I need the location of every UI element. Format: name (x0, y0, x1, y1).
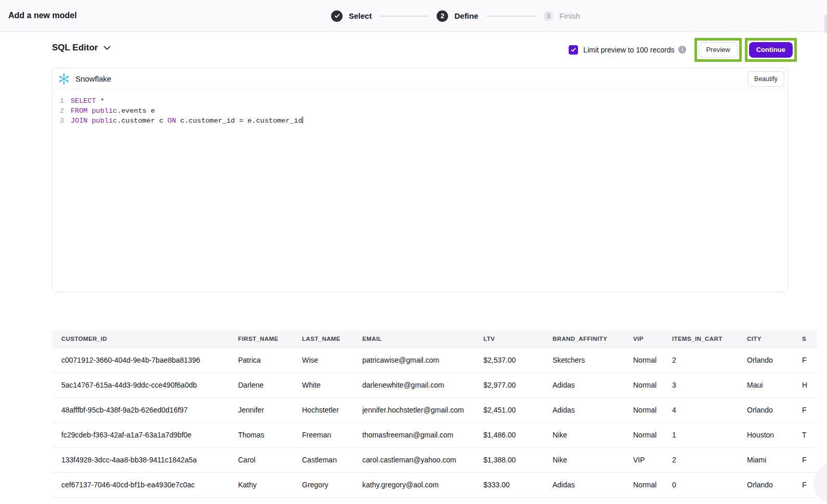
column-header-email: EMAIL (362, 330, 483, 348)
cell-vip: Normal (633, 348, 672, 373)
cell-s: T (802, 422, 817, 447)
cell-city: Orlando (747, 348, 802, 373)
column-header-last_name: LAST_NAME (302, 330, 362, 348)
line-number: 2 (57, 106, 64, 116)
column-header-vip: VIP (633, 330, 672, 348)
table-row: c0071912-3660-404d-9e4b-7bae8ba81396Patr… (52, 348, 817, 373)
sql-text (87, 107, 91, 115)
limit-preview-label: Limit preview to 100 records (583, 46, 674, 54)
column-header-items_in_cart: ITEMS_IN_CART (672, 330, 747, 348)
sql-text: .events e (117, 107, 155, 115)
cell-last_name: Wise (302, 348, 362, 373)
cell-brand_affinity: Nike (553, 447, 633, 472)
cell-city: Orlando (747, 472, 802, 497)
cell-ltv: $2,977.00 (483, 373, 553, 397)
cell-customer_id: 5ac14767-615a-44d3-9ddc-cce490f6a0db (52, 373, 238, 397)
line-number: 3 (57, 116, 64, 126)
code-line[interactable]: 1SELECT * (52, 96, 787, 106)
cell-vip: Normal (633, 422, 672, 447)
cell-email: carol.castleman@yahoo.com (362, 447, 483, 472)
preview-highlight-box: Preview (694, 38, 741, 62)
table-row: fc29cdeb-f363-42af-a1a7-63a1a7d9bf0eThom… (52, 422, 817, 447)
cell-last_name: White (302, 373, 362, 397)
cell-vip: Normal (633, 397, 672, 422)
connector-name: Snowflake (75, 74, 111, 83)
snowflake-icon (58, 73, 70, 85)
cell-customer_id: 133f4928-3dcc-4aa8-bb38-9411c1842a5a (52, 447, 238, 472)
cell-brand_affinity: Sketchers (553, 348, 633, 373)
sql-keyword: ON (167, 117, 176, 125)
table-row: 133f4928-3dcc-4aa8-bb38-9411c1842a5aCaro… (52, 447, 817, 472)
step-define-label: Define (454, 11, 478, 20)
step-finish: 3 Finish (543, 11, 580, 21)
cell-brand_affinity: Adidas (553, 397, 633, 422)
cell-ltv: $1,388.00 (483, 447, 553, 472)
column-header-ltv: LTV (483, 330, 553, 348)
code-line[interactable]: 2FROM public.events e (52, 106, 787, 116)
cell-customer_id: cef67137-7046-40cd-bf1b-ea4930e7c0ac (52, 472, 238, 497)
cell-email: patricawise@gmail.com (362, 348, 483, 373)
cell-s: F (802, 348, 817, 373)
toolbar-right: Limit preview to 100 records i Preview C… (569, 37, 797, 62)
editor-mode-label: SQL Editor (52, 43, 98, 53)
code-editor[interactable]: 1SELECT *2FROM public.events e3JOIN publ… (52, 90, 787, 291)
sql-text: c.customer_id = e.customer_id (176, 117, 303, 125)
table-header: CUSTOMER_IDFIRST_NAMELAST_NAMEEMAILLTVBR… (52, 330, 817, 348)
cell-email: darlenewhite@gmail.com (362, 373, 483, 397)
step-finish-label: Finish (559, 11, 580, 20)
cell-s: F (802, 447, 817, 472)
step-select-label: Select (349, 11, 372, 20)
beautify-button[interactable]: Beautify (747, 71, 784, 87)
info-icon[interactable]: i (678, 46, 686, 54)
sql-keyword: SELECT (71, 97, 96, 105)
sql-editor-panel: Snowflake Beautify 1SELECT *2FROM public… (52, 68, 788, 292)
step-connector (486, 16, 535, 17)
cell-first_name: Carol (238, 447, 302, 472)
check-icon (334, 12, 340, 19)
cell-customer_id: 48afffbf-95cb-438f-9a2b-626ed0d16f97 (52, 397, 238, 422)
cell-brand_affinity: Nike (553, 422, 633, 447)
cell-city: Houston (747, 422, 802, 447)
scrollbar-thumb[interactable] (824, 15, 827, 33)
cell-last_name: Castleman (302, 447, 362, 472)
cell-s: F (802, 397, 817, 422)
editor-header: Snowflake Beautify (52, 68, 787, 90)
cell-first_name: Patrica (238, 348, 302, 373)
cell-email: jennifer.hochstetler@gmail.com (362, 397, 483, 422)
code-text: SELECT * (71, 96, 104, 106)
cell-first_name: Jennifer (238, 397, 302, 422)
preview-results-table: CUSTOMER_IDFIRST_NAMELAST_NAMEEMAILLTVBR… (52, 330, 817, 498)
cell-customer_id: fc29cdeb-f363-42af-a1a7-63a1a7d9bf0e (52, 422, 238, 447)
code-line[interactable]: 3JOIN public.customer c ON c.customer_id… (52, 116, 787, 126)
column-header-city: CITY (747, 330, 802, 348)
cell-city: Orlando (747, 397, 802, 422)
column-header-brand_affinity: BRAND_AFFINITY (553, 330, 633, 348)
limit-preview-checkbox[interactable] (569, 45, 578, 55)
continue-button[interactable]: Continue (749, 42, 793, 58)
step-select-circle (331, 10, 343, 22)
cell-last_name: Hochstetler (302, 397, 362, 422)
cell-ltv: $2,537.00 (483, 348, 553, 373)
check-icon (570, 47, 576, 53)
line-number: 1 (57, 96, 64, 106)
step-define-circle: 2 (437, 10, 448, 22)
page-title: Add a new model (8, 11, 77, 20)
cell-last_name: Gregory (302, 472, 362, 497)
code-text: JOIN public.customer c ON c.customer_id … (71, 116, 303, 126)
step-define: 2 Define (437, 10, 478, 22)
sql-text (87, 117, 91, 125)
sql-keyword: public (92, 107, 117, 115)
cell-city: Maui (747, 373, 802, 397)
sql-keyword: public (92, 117, 117, 125)
editor-mode-dropdown[interactable]: SQL Editor (52, 41, 111, 55)
cell-vip: VIP (633, 447, 672, 472)
cell-first_name: Darlene (238, 373, 302, 397)
text-caret (303, 116, 304, 124)
sql-text: .customer c (117, 117, 167, 125)
preview-button[interactable]: Preview (699, 42, 737, 58)
column-header-s: S (802, 330, 817, 348)
cell-brand_affinity: Adidas (553, 373, 633, 397)
cell-items_in_cart: 2 (672, 348, 747, 373)
table-row: 5ac14767-615a-44d3-9ddc-cce490f6a0dbDarl… (52, 373, 817, 397)
cell-items_in_cart: 3 (672, 373, 747, 397)
